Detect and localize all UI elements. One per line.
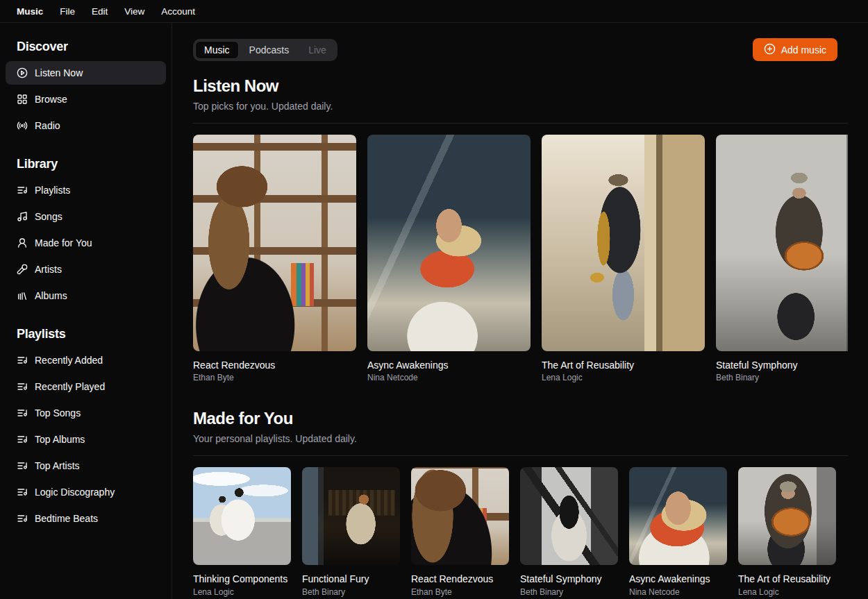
add-music-button[interactable]: Add music <box>753 38 837 61</box>
user-icon <box>17 237 28 248</box>
list-music-icon <box>17 460 28 471</box>
circle-plus-icon <box>764 43 776 55</box>
section-subtitle: Your personal playlists. Updated daily. <box>193 433 848 444</box>
tab-live[interactable]: Live <box>299 41 335 59</box>
album-card[interactable]: The Art of ReusabilityLena Logic <box>738 467 836 597</box>
sidebar-item-recently-added[interactable]: Recently Added <box>6 348 166 372</box>
sidebar-section-title: Discover <box>6 40 166 54</box>
sidebar-item-label: Logic Discography <box>35 487 115 498</box>
album-art[interactable] <box>542 135 705 351</box>
music-note-icon <box>17 211 28 222</box>
sidebar-item-listen-now[interactable]: Listen Now <box>6 61 166 85</box>
sidebar-item-label: Listen Now <box>35 67 83 78</box>
sidebar-item-top-songs[interactable]: Top Songs <box>6 401 166 425</box>
sidebar-item-bedtime-beats[interactable]: Bedtime Beats <box>6 507 166 530</box>
add-music-label: Add music <box>781 44 826 56</box>
sidebar-item-label: Recently Added <box>35 355 103 366</box>
album-artist: Ethan Byte <box>193 373 356 382</box>
section-made-for-you: Made for YouYour personal playlists. Upd… <box>193 409 848 596</box>
sidebar-item-top-albums[interactable]: Top Albums <box>6 428 166 451</box>
sidebar-item-browse[interactable]: Browse <box>6 87 166 111</box>
sidebar-section-title: Library <box>6 157 166 171</box>
album-card[interactable]: Async AwakeningsNina Netcode <box>367 135 531 383</box>
sidebar-item-radio[interactable]: Radio <box>6 114 166 137</box>
sections: Listen NowTop picks for you. Updated dai… <box>193 76 848 597</box>
toolbar: MusicPodcastsLive Add music <box>193 38 848 61</box>
tab-list: MusicPodcastsLive <box>193 39 337 61</box>
section-subtitle: Top picks for you. Updated daily. <box>193 101 848 112</box>
tab-music[interactable]: Music <box>195 41 239 59</box>
album-card[interactable]: React RendezvousEthan Byte <box>411 467 509 597</box>
album-card[interactable]: Async AwakeningsNina Netcode <box>629 467 727 597</box>
separator <box>193 455 848 456</box>
section-title: Made for You <box>193 409 848 429</box>
sidebar-item-label: Top Albums <box>35 434 85 445</box>
album-card[interactable]: Stateful SymphonyBeth Binary <box>716 135 848 383</box>
sidebar-item-label: Recently Played <box>35 381 105 392</box>
mic-icon <box>17 264 28 275</box>
album-art[interactable] <box>738 467 836 565</box>
sidebar: DiscoverListen NowBrowseRadioLibraryPlay… <box>0 23 172 599</box>
list-music-icon <box>17 355 28 366</box>
sidebar-item-playlists[interactable]: Playlists <box>6 178 166 202</box>
sidebar-item-made-for-you[interactable]: Made for You <box>6 231 166 255</box>
album-title: Functional Fury <box>302 573 400 586</box>
album-artist: Beth Binary <box>520 587 618 597</box>
sidebar-item-recently-played[interactable]: Recently Played <box>6 375 166 398</box>
album-artist: Beth Binary <box>302 587 400 597</box>
album-title: React Rendezvous <box>193 360 356 372</box>
album-artist: Nina Netcode <box>367 373 531 382</box>
album-art[interactable] <box>367 135 531 351</box>
sidebar-section-playlists: PlaylistsRecently AddedRecently PlayedTo… <box>6 327 166 530</box>
menubar-item-view[interactable]: View <box>116 3 153 20</box>
sidebar-item-label: Playlists <box>35 185 70 196</box>
sidebar-item-label: Songs <box>35 211 62 222</box>
sidebar-item-artists[interactable]: Artists <box>6 258 166 281</box>
menubar-item-edit[interactable]: Edit <box>83 3 116 20</box>
sidebar-item-albums[interactable]: Albums <box>6 284 166 307</box>
sidebar-item-logic-discography[interactable]: Logic Discography <box>6 480 166 504</box>
layout-grid-icon <box>17 94 28 105</box>
album-artist: Beth Binary <box>716 373 848 382</box>
sidebar-section-library: LibraryPlaylistsSongsMade for YouArtists… <box>6 157 166 307</box>
sidebar-item-songs[interactable]: Songs <box>6 205 166 228</box>
album-card[interactable]: Stateful SymphonyBeth Binary <box>520 467 618 597</box>
album-card[interactable]: Functional FuryBeth Binary <box>302 467 400 597</box>
sidebar-item-label: Albums <box>35 290 67 301</box>
tab-podcasts[interactable]: Podcasts <box>240 41 299 59</box>
album-title: Async Awakenings <box>367 360 531 372</box>
album-art[interactable] <box>302 467 400 565</box>
list-music-icon <box>17 487 28 498</box>
album-card[interactable]: The Art of ReusabilityLena Logic <box>542 135 705 383</box>
app-shell: DiscoverListen NowBrowseRadioLibraryPlay… <box>0 23 868 599</box>
add-icon-slot <box>764 43 776 57</box>
list-music-icon <box>17 381 28 392</box>
album-art[interactable] <box>411 467 509 565</box>
sidebar-item-top-artists[interactable]: Top Artists <box>6 454 166 478</box>
menubar-item-file[interactable]: File <box>51 3 83 20</box>
menubar-item-account[interactable]: Account <box>153 3 203 20</box>
section-title: Listen Now <box>193 76 848 96</box>
menubar-item-music[interactable]: Music <box>8 3 51 20</box>
album-card[interactable]: React RendezvousEthan Byte <box>193 135 356 383</box>
album-art[interactable] <box>193 135 356 351</box>
list-music-icon <box>17 434 28 445</box>
separator <box>193 123 848 124</box>
sidebar-item-label: Bedtime Beats <box>35 513 98 524</box>
sidebar-section-discover: DiscoverListen NowBrowseRadio <box>6 40 166 137</box>
list-music-icon <box>17 185 28 196</box>
album-artist: Nina Netcode <box>629 587 727 597</box>
album-art[interactable] <box>716 135 848 351</box>
album-row: React RendezvousEthan ByteAsync Awakenin… <box>193 135 848 383</box>
album-art[interactable] <box>520 467 618 565</box>
album-art[interactable] <box>629 467 727 565</box>
sidebar-item-label: Top Artists <box>35 460 80 471</box>
sidebar-section-title: Playlists <box>6 327 166 341</box>
album-title: Stateful Symphony <box>716 360 848 372</box>
album-title: Async Awakenings <box>629 573 727 586</box>
album-card[interactable]: Thinking ComponentsLena Logic <box>193 467 291 597</box>
menubar: MusicFileEditViewAccount <box>0 0 868 23</box>
album-artist: Lena Logic <box>193 587 291 597</box>
sidebar-item-label: Radio <box>35 120 60 131</box>
album-art[interactable] <box>193 467 291 565</box>
